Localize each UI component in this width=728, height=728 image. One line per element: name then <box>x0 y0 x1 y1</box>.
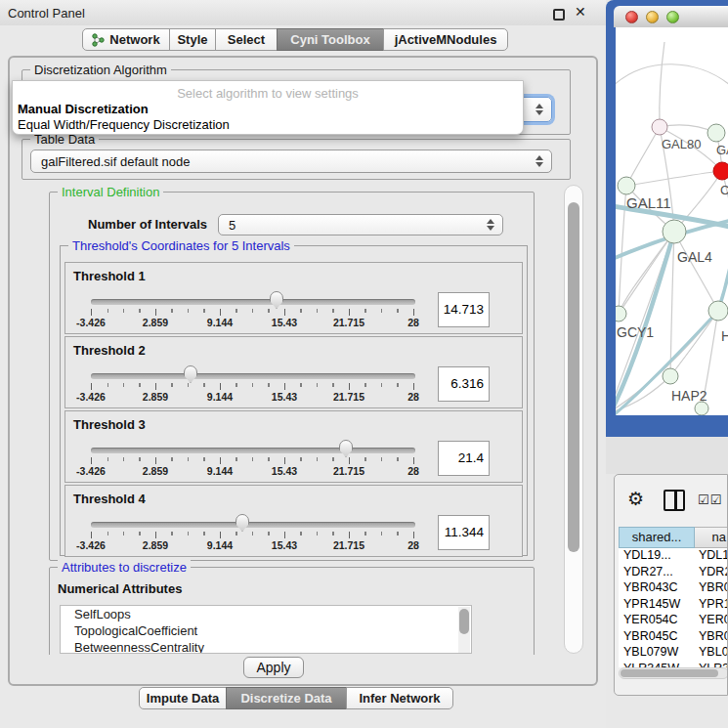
table-panel: ⚙ ☑☑ shared... na YDL19...YDL1 YDR27...Y… <box>614 474 728 696</box>
threshold-4-slider-thumb[interactable] <box>236 514 249 532</box>
slider-ticks <box>91 309 415 316</box>
list-item[interactable]: SelfLoops <box>61 606 471 622</box>
node-label: GAL80 <box>662 137 701 151</box>
node-label: GAL11 <box>626 194 671 211</box>
number-of-intervals-label: Number of Intervals <box>88 217 207 232</box>
tab-style[interactable]: Style <box>169 28 216 51</box>
node-label: GA <box>716 143 728 157</box>
vertical-scrollbar[interactable] <box>564 185 583 654</box>
scrollbar-thumb[interactable] <box>621 669 718 677</box>
column-header-name[interactable]: na <box>695 527 728 548</box>
cyni-toolbox-panel: Discretization Algorithm Table Data galF… <box>8 56 598 686</box>
threshold-2-value-field[interactable]: 6.316 <box>438 366 490 402</box>
threshold-3-slider-thumb[interactable] <box>339 440 353 457</box>
network-canvas[interactable]: GAL80 GA C GAL11 GAL4 GCY1 H HAP2 <box>616 27 728 415</box>
node-label: GCY1 <box>617 324 654 340</box>
node-clipped-bottom[interactable] <box>695 402 708 415</box>
table-row[interactable]: YBR043CYBR0 <box>619 580 728 597</box>
number-of-intervals-select[interactable]: 5 <box>218 214 503 236</box>
node-label: GAL4 <box>677 249 712 265</box>
table-header-row: shared... na <box>619 527 728 548</box>
node-h[interactable] <box>708 301 728 321</box>
slider-ticks <box>91 457 415 464</box>
node-hap2[interactable] <box>663 368 678 384</box>
list-scrollbar[interactable] <box>458 607 470 654</box>
table-row[interactable]: YDR27...YDR2 <box>619 565 728 581</box>
node-label: HAP2 <box>671 388 707 404</box>
control-panel-window: Control Panel ✕ Network Style Select Cyn… <box>0 0 606 728</box>
group-title: Discretization Algorithm <box>30 63 171 77</box>
attributes-group: Attributes to discretize Numerical Attri… <box>49 567 535 655</box>
network-view-window: GAL80 GA C GAL11 GAL4 GCY1 H HAP2 <box>606 0 728 437</box>
tab-jactivemnodules[interactable]: jActiveMNodules <box>383 28 508 51</box>
table-data-value: galFiltered.sif default node <box>41 154 190 169</box>
threshold-3-panel: Threshold 3 -3.4262.8599.14415.4321.7152… <box>64 410 523 483</box>
numerical-attributes-list: SelfLoops TopologicalCoefficient Between… <box>60 605 472 654</box>
stepper-icon <box>535 155 543 167</box>
network-icon <box>92 33 105 47</box>
table-row[interactable]: YDL19...YDL1 <box>619 548 728 565</box>
table-row[interactable]: YBL079WYBL0 <box>619 645 728 662</box>
tab-discretize-data[interactable]: Discretize Data <box>226 687 347 709</box>
apply-button[interactable]: Apply <box>243 657 304 678</box>
threshold-1-value-field[interactable]: 14.713 <box>438 292 490 327</box>
tab-infer-network[interactable]: Infer Network <box>346 687 453 709</box>
close-icon[interactable]: ✕ <box>575 4 590 21</box>
zoom-traffic-light-icon[interactable] <box>666 11 679 23</box>
slider-ticks <box>91 532 415 538</box>
interval-definition-group: Interval Definition Number of Intervals … <box>49 192 535 561</box>
close-traffic-light-icon[interactable] <box>625 11 638 23</box>
network-nodes <box>616 119 728 415</box>
thresholds-group: Threshold's Coordinates for 5 Intervals … <box>60 245 528 556</box>
select-columns-icon[interactable]: ☑☑ <box>698 492 722 507</box>
table-body: YDL19...YDL1 YDR27...YDR2 YBR043CYBR0 YP… <box>619 548 728 667</box>
list-item[interactable]: BetweennessCentrality <box>61 639 471 654</box>
popup-item-manual-discretization[interactable]: Manual Discretization <box>18 102 149 116</box>
node-gal11[interactable] <box>618 177 635 194</box>
table-data-select[interactable]: galFiltered.sif default node <box>30 150 552 173</box>
node-gcy1[interactable] <box>616 306 626 321</box>
group-title: Threshold's Coordinates for 5 Intervals <box>68 238 294 253</box>
table-row[interactable]: YPR145WYPR1 <box>619 597 728 614</box>
node-label: H <box>721 328 728 344</box>
node-clipped-right-top[interactable] <box>707 124 725 142</box>
threshold-3-slider[interactable] <box>91 448 415 453</box>
stepper-icon <box>535 104 543 115</box>
float-window-icon[interactable] <box>553 9 565 21</box>
threshold-3-value-field[interactable]: 21.4 <box>438 441 490 476</box>
tab-impute-data[interactable]: Impute Data <box>139 687 227 709</box>
node-red-selected[interactable] <box>713 162 728 180</box>
table-row[interactable]: YBR045CYBR0 <box>619 629 728 646</box>
table-panel-strip: Table Panel <box>606 437 728 474</box>
tab-select[interactable]: Select <box>215 28 278 51</box>
threshold-4-slider[interactable] <box>91 522 415 528</box>
control-panel-titlebar: Control Panel ✕ <box>0 0 606 25</box>
popup-item-equal-width-frequency[interactable]: Equal Width/Frequency Discretization <box>18 117 230 132</box>
threshold-1-slider[interactable] <box>91 299 415 305</box>
columns-icon[interactable] <box>664 490 685 511</box>
threshold-4-value-field[interactable]: 11.344 <box>438 515 490 550</box>
slider-ticks <box>91 383 415 390</box>
minimize-traffic-light-icon[interactable] <box>646 11 659 23</box>
node-label: C <box>720 183 728 197</box>
gear-icon[interactable]: ⚙ <box>627 488 644 510</box>
horizontal-scrollbar[interactable] <box>619 667 728 679</box>
node-gal4[interactable] <box>663 220 686 243</box>
threshold-1-panel: Threshold 1 -3.4262.8599.14415.4321.7152… <box>64 262 523 334</box>
threshold-2-slider-thumb[interactable] <box>184 365 197 383</box>
table-row[interactable]: YER054CYER0 <box>619 613 728 629</box>
threshold-1-slider-thumb[interactable] <box>270 291 283 309</box>
tab-network-label: Network <box>109 32 159 47</box>
stepper-icon <box>487 219 494 231</box>
tab-cyni-toolbox[interactable]: Cyni Toolbox <box>277 28 384 51</box>
scrollbar-thumb[interactable] <box>568 202 579 552</box>
window-title: Control Panel <box>8 6 85 21</box>
threshold-2-slider[interactable] <box>91 373 415 379</box>
tab-network[interactable]: Network <box>82 28 170 51</box>
list-item[interactable]: TopologicalCoefficient <box>61 622 471 639</box>
settings-scroll-area: Interval Definition Number of Intervals … <box>16 184 563 655</box>
column-header-shared-name[interactable]: shared... <box>619 527 695 548</box>
node-gal80[interactable] <box>652 119 667 135</box>
cyni-bottom-tabs: Impute Data Discretize Data Infer Networ… <box>140 687 453 709</box>
control-panel-tabs: Network Style Select Cyni Toolbox jActiv… <box>83 28 508 51</box>
